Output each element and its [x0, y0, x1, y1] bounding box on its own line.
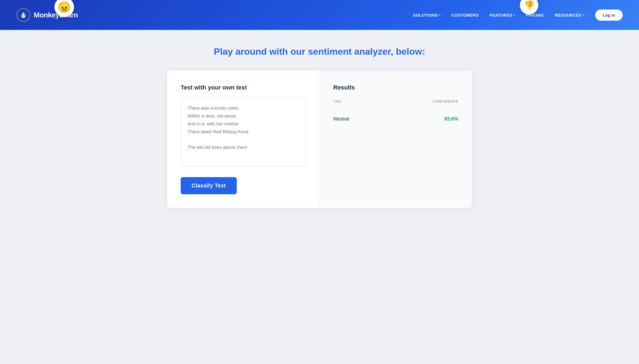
classify-text-button[interactable]: Classify Text	[181, 177, 237, 194]
confidence-column-header: CONFIDENCE	[433, 99, 458, 103]
svg-rect-4	[23, 13, 24, 14]
tag-column-header: TAG	[333, 99, 341, 103]
logo-icon	[16, 8, 30, 22]
confidence-value: 65.6%	[444, 116, 458, 122]
chevron-down-icon-resources: ▾	[583, 14, 585, 17]
section-title: Play around with our sentiment analyzer,…	[167, 46, 472, 57]
results-table-header: TAG CONFIDENCE	[333, 99, 459, 107]
table-row: Neutral 65.6%	[333, 111, 459, 127]
nav-customers[interactable]: CUSTOMERS	[451, 13, 479, 17]
chevron-down-icon-features: ▾	[513, 14, 515, 17]
main-content: Play around with our sentiment analyzer,…	[156, 30, 483, 224]
results-table: TAG CONFIDENCE Neutral 65.6%	[333, 99, 459, 127]
nav-resources[interactable]: RESOURCES ▾	[555, 13, 584, 17]
demo-card: Test with your own text There was a lone…	[167, 70, 472, 208]
results-title: Results	[333, 84, 459, 91]
left-panel-title: Test with your own text	[181, 84, 306, 91]
login-button[interactable]: Log in	[595, 10, 623, 21]
chevron-down-icon: ▾	[439, 14, 441, 17]
svg-point-3	[24, 14, 26, 16]
nav-features[interactable]: FEATURES ▾	[490, 13, 515, 17]
svg-point-2	[21, 14, 23, 16]
main-nav: SOLUTIONS ▾ CUSTOMERS FEATURES ▾ PRICING…	[413, 10, 623, 21]
nav-solutions[interactable]: SOLUTIONS ▾	[413, 13, 441, 17]
tag-value: Neutral	[333, 116, 349, 122]
text-input[interactable]: There was a lonely cabin Within a dark, …	[181, 98, 306, 166]
right-panel: Results TAG CONFIDENCE Neutral 65.6%	[320, 70, 472, 208]
header: 😠 👎 MonkeyLearn SOLUTIONS ▾ CUSTOMERS	[0, 0, 639, 30]
left-panel: Test with your own text There was a lone…	[167, 70, 320, 208]
